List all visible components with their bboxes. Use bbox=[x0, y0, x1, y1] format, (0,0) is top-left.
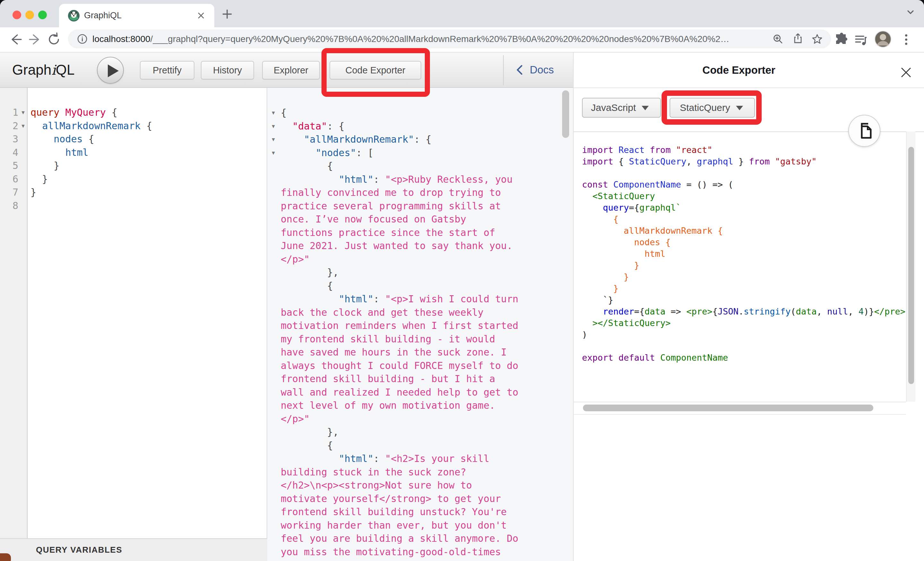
code-line: allMarkdownRemark { bbox=[582, 225, 908, 236]
code-line: }, bbox=[281, 425, 521, 439]
chevron-left-icon bbox=[515, 64, 524, 75]
line-number: 5 bbox=[0, 159, 18, 172]
panel-title: Code Exporter bbox=[574, 64, 904, 76]
code-line: } bbox=[582, 271, 908, 283]
scroll-strip-border bbox=[574, 414, 906, 415]
code-line: nodes { bbox=[30, 132, 152, 146]
info-icon[interactable] bbox=[77, 34, 88, 44]
annotation-box-code-exporter bbox=[321, 48, 430, 97]
code-vertical-scrollbar[interactable] bbox=[908, 147, 914, 384]
line-number: 4 bbox=[0, 146, 18, 159]
address-bar[interactable]: localhost:8000/___graphql?query=query%20… bbox=[68, 30, 831, 48]
fold-arrow-icon[interactable] bbox=[19, 199, 27, 212]
profile-avatar[interactable] bbox=[874, 31, 891, 48]
forward-icon[interactable] bbox=[28, 32, 43, 47]
panel-divider-top bbox=[574, 88, 924, 88]
query-variables-bar[interactable]: QUERY VARIABLES bbox=[0, 538, 267, 561]
result-pane: ▾▾▾▾ { "data": { "allMarkdownRemark": { … bbox=[267, 88, 573, 561]
fold-arrow-icon[interactable] bbox=[19, 146, 27, 159]
graphiql-logo: GraphiQL bbox=[12, 52, 74, 87]
tab-search-chevron-icon[interactable] bbox=[905, 6, 916, 18]
browser-toolbar: localhost:8000/___graphql?query=query%20… bbox=[0, 27, 924, 52]
fold-arrow-icon[interactable]: ▾ bbox=[268, 106, 278, 120]
code-area-bottom-border bbox=[574, 402, 906, 402]
tab-title: GraphiQL bbox=[84, 4, 122, 27]
exported-code[interactable]: import React from "react"import { Static… bbox=[582, 144, 908, 414]
code-line: render={data => <pre>{JSON.stringify(dat… bbox=[582, 306, 908, 317]
background-corner-artifact bbox=[0, 553, 11, 561]
tab-strip: GraphiQL bbox=[0, 0, 924, 27]
code-line: } bbox=[30, 186, 152, 199]
line-number: 3 bbox=[0, 132, 18, 146]
traffic-light-minimize[interactable] bbox=[26, 10, 34, 19]
prettify-button[interactable]: Prettify bbox=[140, 61, 194, 79]
code-line: { bbox=[582, 214, 908, 225]
code-line: { bbox=[281, 279, 521, 293]
docs-link[interactable]: Docs bbox=[515, 52, 554, 87]
copy-code-button[interactable] bbox=[848, 115, 880, 147]
code-line: const ComponentName = () => ( bbox=[582, 179, 908, 190]
graphiql-topbar: GraphiQL Prettify History Explorer Code … bbox=[0, 52, 573, 88]
fold-arrow-icon[interactable]: ▾ bbox=[268, 146, 278, 160]
code-line bbox=[582, 168, 908, 179]
fold-arrow-icon[interactable]: ▾ bbox=[268, 120, 278, 133]
code-line: } bbox=[30, 172, 152, 186]
code-line: import React from "react" bbox=[582, 144, 908, 156]
media-queue-icon[interactable] bbox=[854, 33, 868, 47]
code-line: { bbox=[281, 159, 521, 173]
code-line: ) bbox=[582, 329, 908, 340]
code-line: export default ComponentName bbox=[582, 352, 908, 364]
query-editor-code[interactable]: query MyQuery { allMarkdownRemark { node… bbox=[30, 106, 152, 212]
query-editor-pane[interactable]: 12345678 ▾▾ query MyQuery { allMarkdownR… bbox=[0, 88, 267, 561]
bookmark-star-icon[interactable] bbox=[812, 34, 823, 45]
code-line: query MyQuery { bbox=[30, 106, 152, 119]
reload-icon[interactable] bbox=[46, 32, 62, 47]
code-line: <StaticQuery bbox=[582, 190, 908, 202]
fold-arrow-icon[interactable]: ▾ bbox=[19, 106, 27, 119]
tab-close-icon[interactable] bbox=[197, 12, 205, 19]
back-icon[interactable] bbox=[8, 32, 23, 47]
editor-fold-column: ▾▾ bbox=[19, 106, 27, 212]
code-line: { bbox=[281, 439, 521, 452]
code-line: html bbox=[30, 146, 152, 159]
language-dropdown[interactable]: JavaScript bbox=[582, 98, 661, 118]
code-line: "allMarkdownRemark": { bbox=[281, 133, 521, 146]
share-icon[interactable] bbox=[792, 33, 803, 44]
code-line: import { StaticQuery, graphql } from "ga… bbox=[582, 156, 908, 168]
close-icon[interactable] bbox=[899, 66, 913, 79]
play-icon bbox=[108, 64, 119, 77]
favicon-dog-avatar bbox=[68, 10, 80, 21]
code-line: "nodes": [ bbox=[281, 146, 521, 160]
code-line: "html": "<p>I wish I could turn back the… bbox=[281, 292, 521, 425]
code-line: }, bbox=[281, 266, 521, 279]
fold-arrow-icon[interactable] bbox=[19, 132, 27, 146]
dropdown-caret-icon bbox=[642, 106, 649, 110]
fold-arrow-icon[interactable] bbox=[19, 172, 27, 186]
result-scrollbar[interactable] bbox=[562, 90, 569, 138]
code-horizontal-scrollbar[interactable] bbox=[583, 405, 873, 411]
kebab-menu-icon[interactable] bbox=[900, 33, 912, 47]
code-line: nodes { bbox=[582, 236, 908, 248]
browser-tab[interactable]: GraphiQL bbox=[59, 4, 214, 27]
code-line: "html": "<p>Ruby Reckless, you finally c… bbox=[281, 173, 521, 266]
copy-icon bbox=[857, 123, 873, 140]
line-number: 2 bbox=[0, 119, 18, 133]
execute-query-button[interactable] bbox=[97, 57, 124, 84]
new-tab-icon[interactable] bbox=[220, 7, 234, 21]
line-number: 8 bbox=[0, 199, 18, 212]
fold-arrow-icon[interactable] bbox=[19, 159, 27, 172]
history-button[interactable]: History bbox=[201, 61, 254, 79]
fold-arrow-icon[interactable]: ▾ bbox=[19, 119, 27, 133]
browser-window: GraphiQL localhost:8000/_ bbox=[0, 0, 924, 561]
fold-arrow-icon[interactable]: ▾ bbox=[268, 133, 278, 146]
traffic-light-close[interactable] bbox=[12, 10, 21, 19]
traffic-light-zoom[interactable] bbox=[38, 10, 47, 19]
result-json: { "data": { "allMarkdownRemark": { "node… bbox=[281, 106, 521, 558]
zoom-in-icon[interactable] bbox=[772, 34, 783, 45]
extensions-puzzle-icon[interactable] bbox=[834, 32, 848, 46]
code-line: } bbox=[30, 159, 152, 172]
code-line: `} bbox=[582, 294, 908, 306]
explorer-button[interactable]: Explorer bbox=[262, 61, 320, 79]
line-number: 1 bbox=[0, 106, 18, 119]
fold-arrow-icon[interactable] bbox=[19, 186, 27, 199]
